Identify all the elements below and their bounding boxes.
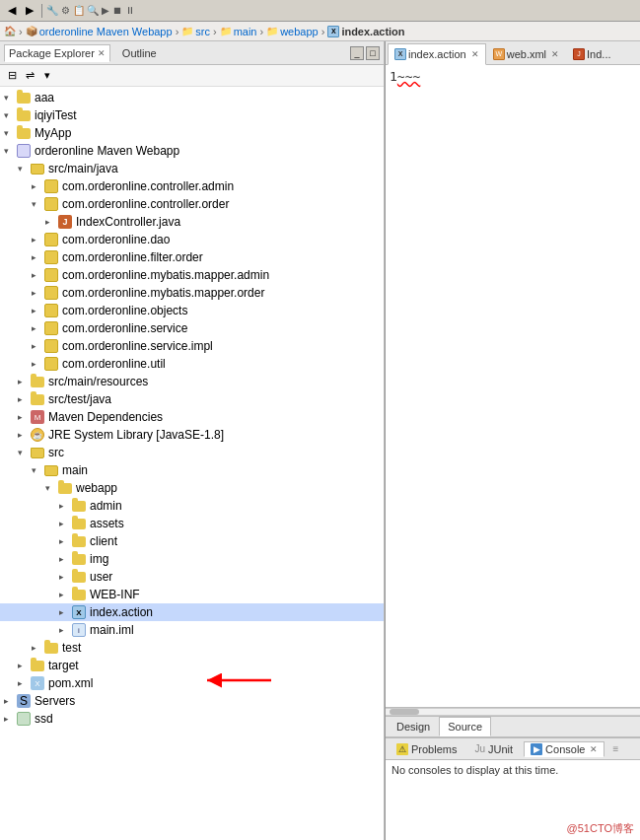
- tab-ind[interactable]: J Ind...: [566, 43, 617, 65]
- tree-item-29[interactable]: ▸ X index.action: [0, 603, 384, 621]
- tree-icon-11: [43, 286, 59, 300]
- tree-item-25[interactable]: ▸ client: [0, 532, 384, 550]
- tree-item-19[interactable]: ▸ ☕ JRE System Library [JavaSE-1.8]: [0, 426, 384, 444]
- tab-index-action[interactable]: X index.action ✕: [388, 43, 486, 65]
- tab-source[interactable]: Source: [439, 717, 491, 736]
- project-tree[interactable]: ▾ aaa ▾ iqiyiTest ▾ MyApp ▾ orderonline …: [0, 87, 384, 840]
- back-icon[interactable]: ◀: [4, 3, 20, 19]
- tree-item-28[interactable]: ▸ WEB-INF: [0, 586, 384, 603]
- tree-item-34[interactable]: ▸ S Servers: [0, 692, 384, 710]
- tree-item-17[interactable]: ▸ src/test/java: [0, 390, 384, 408]
- tree-icon-7: J: [57, 215, 73, 229]
- tree-icon-5: [43, 179, 59, 193]
- tree-item-11[interactable]: ▸ com.orderonline.mybatis.mapper.order: [0, 284, 384, 302]
- tree-item-31[interactable]: ▸ test: [0, 639, 384, 657]
- tree-item-33[interactable]: ▸ X pom.xml: [0, 674, 384, 692]
- tab-problems[interactable]: ⚠ Problems: [390, 741, 463, 757]
- tree-item-16[interactable]: ▸ src/main/resources: [0, 373, 384, 390]
- tree-arrow-20: ▾: [18, 448, 30, 457]
- tree-item-15[interactable]: ▸ com.orderonline.util: [0, 355, 384, 373]
- ind-icon: J: [573, 48, 585, 60]
- close-package-explorer[interactable]: ✕: [98, 48, 106, 58]
- collapse-all-btn[interactable]: ⊟: [4, 68, 20, 84]
- tree-arrow-12: ▸: [32, 306, 43, 315]
- tree-item-24[interactable]: ▸ assets: [0, 515, 384, 532]
- maximize-btn[interactable]: □: [366, 46, 380, 60]
- tree-item-7[interactable]: ▸ J IndexController.java: [0, 213, 384, 231]
- tree-item-9[interactable]: ▸ com.orderonline.filter.order: [0, 248, 384, 266]
- tab-outline[interactable]: Outline: [118, 45, 161, 61]
- tree-icon-34: S: [16, 694, 32, 708]
- tree-item-26[interactable]: ▸ img: [0, 550, 384, 568]
- tree-icon-17: [30, 392, 45, 406]
- editor-tabs: X index.action ✕ W web.xml ✕ J Ind...: [386, 41, 640, 65]
- tree-arrow-9: ▸: [32, 252, 43, 262]
- horizontal-scrollbar[interactable]: [386, 708, 640, 716]
- tree-icon-35: [16, 712, 32, 726]
- tree-icon-29: X: [71, 605, 87, 619]
- tab-junit[interactable]: Ju JUnit: [467, 741, 520, 757]
- tree-label-3: orderonline Maven Webapp: [35, 144, 179, 158]
- tree-item-20[interactable]: ▾ src: [0, 444, 384, 461]
- tab-design[interactable]: Design: [388, 717, 439, 736]
- tree-icon-1: [16, 108, 32, 122]
- tree-item-22[interactable]: ▾ webapp: [0, 479, 384, 497]
- tree-item-30[interactable]: ▸ i main.iml: [0, 621, 384, 639]
- tree-icon-12: [43, 304, 59, 317]
- breadcrumb-webapp[interactable]: 📁 webapp: [266, 26, 319, 37]
- tree-label-34: Servers: [35, 694, 75, 708]
- design-source-tabs: Design Source: [386, 716, 640, 737]
- tab-web-xml[interactable]: W web.xml ✕: [486, 43, 566, 65]
- tree-item-18[interactable]: ▸ M Maven Dependencies: [0, 408, 384, 426]
- tree-item-27[interactable]: ▸ user: [0, 568, 384, 586]
- tree-item-4[interactable]: ▾ src/main/java: [0, 160, 384, 177]
- tree-item-35[interactable]: ▸ ssd: [0, 710, 384, 728]
- tree-item-3[interactable]: ▾ orderonline Maven Webapp: [0, 142, 384, 160]
- tree-item-12[interactable]: ▸ com.orderonline.objects: [0, 302, 384, 319]
- tree-item-32[interactable]: ▸ target: [0, 657, 384, 674]
- tree-arrow-7: ▸: [45, 217, 57, 227]
- tree-item-0[interactable]: ▾ aaa: [0, 89, 384, 106]
- tree-icon-33: X: [30, 676, 45, 690]
- link-btn[interactable]: ⇌: [22, 68, 37, 84]
- tree-item-13[interactable]: ▸ com.orderonline.service: [0, 319, 384, 337]
- close-console[interactable]: ✕: [590, 744, 598, 754]
- minimize-btn[interactable]: _: [350, 46, 364, 60]
- tree-label-27: user: [90, 570, 112, 584]
- tree-icon-10: [43, 268, 59, 282]
- top-toolbar: ◀ ▶ 🔧 ⚙ 📋 🔍 ▶ ⏹ ⏸: [0, 0, 640, 22]
- tree-item-21[interactable]: ▾ main: [0, 461, 384, 479]
- tree-item-8[interactable]: ▸ com.orderonline.dao: [0, 231, 384, 248]
- tab-package-explorer[interactable]: Package Explorer ✕: [4, 44, 110, 62]
- tree-label-19: JRE System Library [JavaSE-1.8]: [48, 428, 224, 442]
- tree-icon-30: i: [71, 623, 87, 637]
- tree-label-35: ssd: [35, 712, 53, 726]
- tree-item-10[interactable]: ▸ com.orderonline.mybatis.mapper.admin: [0, 266, 384, 284]
- tree-arrow-0: ▾: [4, 93, 16, 103]
- tree-label-2: MyApp: [35, 126, 71, 140]
- editor-section: 1 ~~~ Design Source: [386, 65, 640, 737]
- tree-item-6[interactable]: ▾ com.orderonline.controller.order: [0, 195, 384, 213]
- breadcrumb-main[interactable]: 📁 main: [220, 26, 257, 37]
- breadcrumb-file[interactable]: X index.action: [327, 26, 404, 37]
- breadcrumb-project[interactable]: 📦 orderonline Maven Webapp: [26, 26, 173, 37]
- forward-icon[interactable]: ▶: [22, 3, 37, 19]
- tab-console[interactable]: ▶ Console ✕: [524, 741, 604, 757]
- tree-icon-28: [71, 588, 87, 601]
- tree-item-1[interactable]: ▾ iqiyiTest: [0, 106, 384, 124]
- tree-arrow-3: ▾: [4, 146, 16, 156]
- close-tab-action[interactable]: ✕: [471, 49, 479, 59]
- tree-item-14[interactable]: ▸ com.orderonline.service.impl: [0, 337, 384, 355]
- tree-item-5[interactable]: ▸ com.orderonline.controller.admin: [0, 177, 384, 195]
- close-tab-xml[interactable]: ✕: [551, 49, 559, 59]
- tree-item-23[interactable]: ▸ admin: [0, 497, 384, 515]
- breadcrumb-src[interactable]: 📁 src: [181, 26, 210, 37]
- tree-label-18: Maven Dependencies: [48, 410, 163, 424]
- tree-item-2[interactable]: ▾ MyApp: [0, 124, 384, 142]
- tree-label-23: admin: [90, 499, 122, 513]
- tree-label-9: com.orderonline.filter.order: [62, 250, 203, 264]
- menu-btn[interactable]: ▾: [39, 68, 55, 84]
- tree-icon-6: [43, 197, 59, 211]
- editor-area[interactable]: 1 ~~~: [386, 65, 640, 708]
- tree-arrow-11: ▸: [32, 288, 43, 298]
